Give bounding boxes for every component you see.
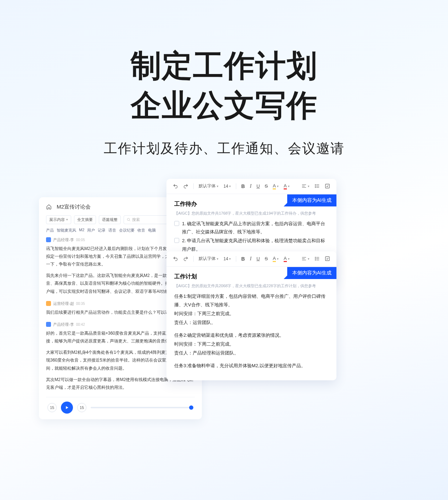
filter-show[interactable]: 展示内容▾ xyxy=(46,215,71,224)
strike-icon[interactable]: S xyxy=(265,256,268,261)
hero-subtitle: 工作计划及待办、工作通知、会议邀请 xyxy=(0,140,448,158)
tag[interactable]: 收音 xyxy=(137,228,145,233)
size-select[interactable]: 14 ▾ xyxy=(223,184,231,189)
highlight-icon[interactable]: A▾ xyxy=(273,183,279,189)
task-time: 时间安排：下周二之前完成。 xyxy=(174,340,329,349)
checkbox[interactable] xyxy=(174,221,179,226)
textcolor-icon[interactable]: A▾ xyxy=(284,183,290,189)
hero-line1: 制定工作计划 xyxy=(131,49,318,83)
todo-item: 2. 申请几台讯飞智能麦克风进行试用和体验，梳理清楚功能卖点和目标用户群。 xyxy=(174,237,329,253)
todo-text: 2. 申请几台讯飞智能麦克风进行试用和体验，梳理清楚功能卖点和目标用户群。 xyxy=(182,237,329,253)
tag[interactable]: 电脑 xyxy=(148,228,156,233)
task-owner: 责任人：运营团队。 xyxy=(174,318,329,327)
avatar xyxy=(46,301,51,306)
tag[interactable]: M2 xyxy=(79,228,84,233)
task-title: 任务3:准备物料申请，充分试用并体验M2,以便更好地宣传产品。 xyxy=(174,362,329,370)
task-title: 任务2:确定营销渠道和优先级，考虑资源紧张的情况。 xyxy=(174,331,329,340)
textcolor-icon[interactable]: A▾ xyxy=(284,256,290,262)
home-icon[interactable] xyxy=(46,204,52,210)
checklist-icon[interactable] xyxy=(325,183,330,189)
svg-point-5 xyxy=(315,257,316,257)
timestamp: 00:35 xyxy=(76,302,85,306)
svg-rect-4 xyxy=(325,184,329,188)
plan-editor-card: 默认字体 ▾ 14 ▾ B I U S A▾ A▾ ▾ 本侧内容为AI生成 工作… xyxy=(166,251,336,381)
task-title: 任务1:制定详细宣传方案，包括内容营销、电商平台推广、用户评价口碑传播、大V合作… xyxy=(174,292,329,309)
play-button[interactable] xyxy=(61,402,73,414)
speaker-name: 产品经理-李 xyxy=(53,322,74,327)
undo-icon[interactable] xyxy=(173,256,178,261)
speaker-name: 产品经理-李 xyxy=(53,237,74,243)
transcript-title: M2宣传讨论会 xyxy=(57,204,91,210)
tag[interactable]: 语音 xyxy=(108,228,116,233)
checklist-icon[interactable] xyxy=(325,256,330,261)
ai-badge: 本侧内容为AI生成 xyxy=(287,267,336,279)
filter-tidy[interactable]: 语篇规整 xyxy=(99,215,121,224)
svg-point-6 xyxy=(315,258,316,259)
tag[interactable]: 智能麦克风 xyxy=(57,228,76,233)
avatar xyxy=(46,322,51,327)
forward-button[interactable]: 15 xyxy=(77,403,86,412)
avatar xyxy=(46,237,51,242)
align-icon[interactable]: ▾ xyxy=(301,183,310,189)
redo-icon[interactable] xyxy=(183,256,188,261)
hero-line2: 企业公文写作 xyxy=(131,88,318,122)
tag[interactable]: 用户 xyxy=(87,228,95,233)
speaker-name: 运营经理-赵 xyxy=(53,301,74,306)
list-icon[interactable] xyxy=(314,183,320,189)
italic-icon[interactable]: I xyxy=(250,256,251,262)
underline-icon[interactable]: U xyxy=(256,256,260,261)
align-icon[interactable]: ▾ xyxy=(301,256,310,261)
ai-badge: 本侧内容为AI生成 xyxy=(287,194,336,206)
checkbox[interactable] xyxy=(174,238,179,243)
strike-icon[interactable]: S xyxy=(265,183,268,189)
bold-icon[interactable]: B xyxy=(241,183,245,189)
tag[interactable]: 产品 xyxy=(46,228,54,233)
size-select[interactable]: 14 ▾ xyxy=(223,256,231,261)
task-time: 时间安排：下周三之前完成。 xyxy=(174,309,329,318)
tag[interactable]: 会议纪要 xyxy=(119,228,135,233)
toolbar: 默认字体 ▾ 14 ▾ B I U S A▾ A▾ ▾ xyxy=(166,179,336,194)
svg-point-1 xyxy=(315,184,316,185)
bold-icon[interactable]: B xyxy=(241,256,245,262)
svg-point-2 xyxy=(315,186,316,186)
progress-track[interactable] xyxy=(91,407,193,408)
rewind-button[interactable]: 15 xyxy=(47,403,57,412)
underline-icon[interactable]: U xyxy=(256,183,260,189)
filter-summary[interactable]: 全文摘要 xyxy=(74,215,96,224)
italic-icon[interactable]: I xyxy=(250,183,251,189)
task-owner: 责任人：产品经理和运营团队。 xyxy=(174,349,329,358)
redo-icon[interactable] xyxy=(183,183,188,189)
highlight-icon[interactable]: A▾ xyxy=(273,256,279,262)
toolbar: 默认字体 ▾ 14 ▾ B I U S A▾ A▾ ▾ xyxy=(166,251,336,267)
list-icon[interactable] xyxy=(314,256,320,261)
undo-icon[interactable] xyxy=(173,183,178,189)
audio-player: 15 15 xyxy=(46,397,195,414)
svg-point-7 xyxy=(315,260,316,260)
todo-text: 1. 确定讯飞智能麦克风产品上市的运营方案，包括内容运营、电商平台推广、社交媒体… xyxy=(182,220,329,236)
font-select[interactable]: 默认字体 ▾ xyxy=(199,256,219,262)
timestamp: 00:05 xyxy=(76,238,85,242)
tag[interactable]: 记录 xyxy=(98,228,106,233)
timestamp: 00:42 xyxy=(76,323,85,326)
svg-point-3 xyxy=(315,187,316,188)
doc-hint: 【AIGC】您的原始文件共1768字，星火大模型已生成194字的工作待办，供您参… xyxy=(174,211,329,216)
todo-item: 1. 确定讯飞智能麦克风产品上市的运营方案，包括内容运营、电商平台推广、社交媒体… xyxy=(174,220,329,236)
doc-hint: 【AIGC】您的原始文件共2068字，星火大模型已生成228字的工作计划，供您参… xyxy=(174,283,329,289)
font-select[interactable]: 默认字体 ▾ xyxy=(199,183,219,189)
svg-rect-8 xyxy=(325,257,329,261)
svg-point-0 xyxy=(127,218,129,220)
